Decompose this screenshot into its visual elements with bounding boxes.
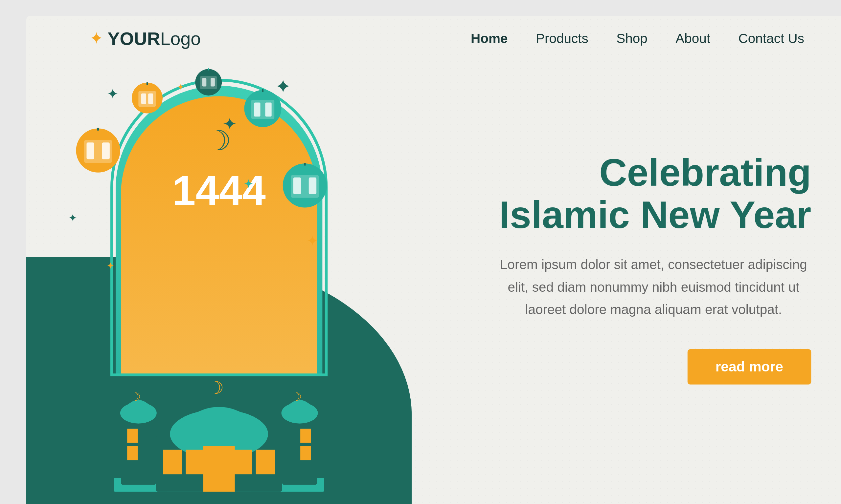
headline: Celebrating Islamic New Year (496, 151, 811, 236)
lantern-top-left (132, 83, 163, 126)
svg-rect-43 (309, 178, 316, 194)
read-more-button[interactable]: read more (687, 349, 811, 384)
svg-rect-17 (127, 446, 138, 461)
sparkle-4-icon: ✦ (243, 177, 254, 191)
svg-text:☽: ☽ (131, 391, 141, 403)
nav-links: Home Products Shop About Contact Us (471, 31, 804, 46)
svg-rect-13 (233, 450, 252, 474)
svg-rect-5 (282, 415, 317, 485)
description: Lorem ipsum dolor sit amet, consectetuer… (496, 253, 811, 321)
svg-rect-38 (265, 103, 271, 117)
sparkle-6-icon: ✦ (275, 75, 291, 97)
logo-text: YOURLogo (107, 28, 201, 49)
mosque-svg: ☽ ☽ ☽ (93, 310, 345, 504)
svg-rect-2 (121, 415, 156, 485)
svg-rect-21 (138, 91, 156, 107)
svg-rect-15 (203, 446, 235, 492)
navbar: ✦ YOURLogo Home Products Shop About Cont… (26, 16, 841, 61)
nav-about[interactable]: About (675, 31, 710, 46)
svg-rect-37 (254, 103, 260, 117)
svg-rect-18 (300, 429, 311, 443)
svg-rect-22 (141, 93, 146, 104)
lantern-right-mid (282, 163, 328, 220)
svg-rect-33 (102, 142, 109, 159)
svg-rect-19 (300, 446, 311, 461)
sparkle-7-icon: ✦ (307, 233, 318, 249)
sparkle-3-icon: ✦ (68, 212, 77, 224)
svg-rect-11 (163, 450, 182, 474)
illustration-area: ☽ 1444 ☽ ☽ (26, 16, 412, 504)
svg-rect-42 (293, 178, 301, 194)
svg-text:☽: ☽ (292, 391, 302, 403)
nav-contact[interactable]: Contact Us (738, 31, 805, 46)
nav-home[interactable]: Home (471, 31, 508, 46)
nav-products[interactable]: Products (536, 31, 588, 46)
sparkle-8-icon: ✦ (107, 261, 114, 271)
sparkle-1-icon: ✦ (107, 86, 119, 102)
lantern-top-mid (194, 68, 222, 105)
lantern-large-left (75, 128, 121, 185)
sparkle-5-icon: ✦ (177, 83, 184, 92)
logo-star-icon: ✦ (89, 30, 103, 47)
page-wrapper: ✦ YOURLogo Home Products Shop About Cont… (26, 16, 841, 504)
logo: ✦ YOURLogo (89, 28, 201, 49)
svg-rect-14 (256, 450, 275, 474)
svg-rect-28 (210, 78, 215, 87)
svg-rect-16 (127, 429, 138, 443)
sparkle-2-icon: ✦ (222, 114, 237, 134)
nav-shop[interactable]: Shop (616, 31, 648, 46)
svg-rect-27 (202, 78, 206, 87)
svg-text:☽: ☽ (208, 378, 224, 397)
svg-rect-23 (148, 93, 153, 104)
svg-rect-32 (86, 142, 94, 159)
svg-rect-12 (186, 450, 205, 474)
content-area: Celebrating Islamic New Year Lorem ipsum… (496, 151, 811, 384)
